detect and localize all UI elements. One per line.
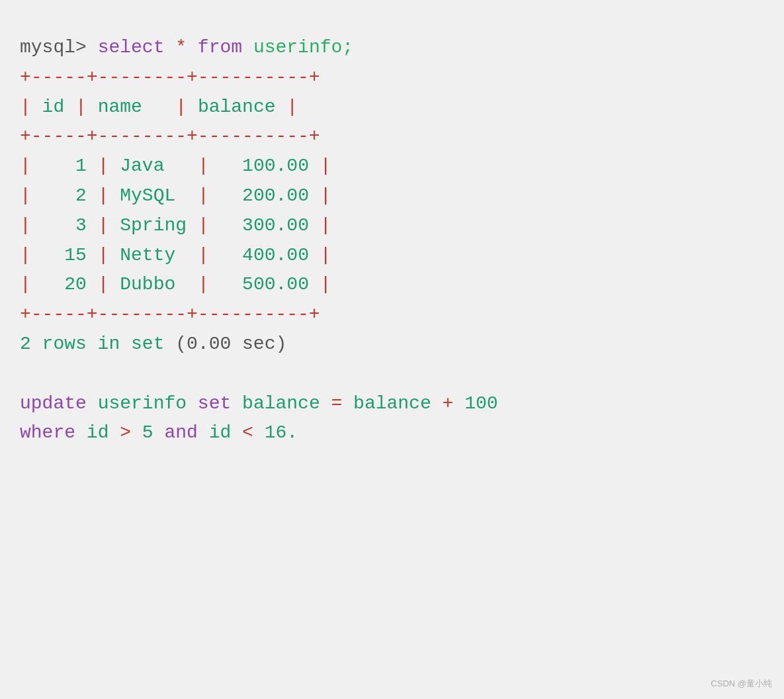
pipe: | bbox=[187, 156, 231, 176]
table-row: | 15 | Netty | 400.00 | bbox=[20, 241, 764, 271]
pipe: | bbox=[64, 97, 97, 117]
table-row: | 20 | Dubbo | 500.00 | bbox=[20, 270, 764, 300]
pipe: | bbox=[87, 215, 120, 236]
pipe: | bbox=[20, 185, 53, 206]
where-val2: 16. bbox=[265, 422, 298, 443]
pipe: | bbox=[20, 215, 53, 236]
val-balance: 200.00 bbox=[231, 185, 309, 206]
pipe: | bbox=[142, 97, 198, 117]
table-border-bottom: +-----+--------+----------+ bbox=[20, 300, 764, 330]
update-val: 100 bbox=[464, 393, 498, 414]
val-id: 20 bbox=[53, 274, 86, 295]
pipe: | bbox=[87, 185, 120, 206]
pipe: | bbox=[87, 245, 120, 265]
val-balance: 100.00 bbox=[231, 156, 309, 176]
pipe: | bbox=[20, 97, 42, 117]
pipe: | bbox=[309, 185, 331, 206]
where-col1: id bbox=[87, 422, 120, 443]
pipe: | bbox=[309, 274, 331, 295]
val-name: Netty bbox=[120, 245, 187, 265]
terminal-output: mysql> select * from userinfo; +-----+--… bbox=[13, 20, 771, 461]
pipe: | bbox=[187, 274, 231, 295]
pipe: | bbox=[187, 185, 231, 206]
table-name: userinfo; bbox=[253, 37, 353, 58]
keyword-where: where bbox=[20, 422, 87, 443]
table-row: | 2 | MySQL | 200.00 | bbox=[20, 181, 764, 211]
pipe: | bbox=[20, 274, 53, 295]
pipe: | bbox=[20, 245, 53, 265]
command-line: mysql> select * from userinfo; bbox=[20, 33, 764, 63]
watermark: CSDN @童小纯 bbox=[711, 678, 772, 690]
val-id: 15 bbox=[53, 245, 86, 265]
rows-timing: (0.00 sec) bbox=[175, 334, 286, 354]
val-id: 3 bbox=[53, 215, 86, 236]
symbol-star: * bbox=[175, 37, 198, 58]
pipe: | bbox=[309, 215, 331, 236]
val-name: MySQL bbox=[120, 185, 187, 206]
val-balance: 400.00 bbox=[231, 245, 309, 265]
update-col: balance bbox=[242, 393, 331, 414]
table-header: | id | name | balance | bbox=[20, 93, 764, 122]
col-balance: balance bbox=[198, 97, 276, 117]
col-id: id bbox=[42, 97, 65, 117]
op-equals: = bbox=[331, 393, 354, 414]
keyword-set: set bbox=[198, 393, 242, 414]
mysql-prompt: mysql> bbox=[20, 37, 98, 58]
val-balance: 300.00 bbox=[231, 215, 309, 236]
keyword-and: and bbox=[164, 422, 208, 443]
table-border-header: +-----+--------+----------+ bbox=[20, 122, 764, 152]
val-name: Java bbox=[120, 156, 187, 176]
pipe: | bbox=[309, 156, 331, 176]
table-row: | 3 | Spring | 300.00 | bbox=[20, 211, 764, 241]
val-id: 2 bbox=[53, 185, 86, 206]
where-col2: id bbox=[209, 422, 242, 443]
keyword-update: update bbox=[20, 393, 98, 414]
val-balance: 500.00 bbox=[231, 274, 309, 295]
table-row: | 1 | Java | 100.00 | bbox=[20, 152, 764, 181]
where-val1: 5 bbox=[142, 422, 165, 443]
pipe: | bbox=[276, 97, 298, 117]
val-name: Spring bbox=[120, 215, 187, 236]
pipe: | bbox=[20, 156, 53, 176]
val-id: 1 bbox=[53, 156, 86, 176]
op-gt: > bbox=[120, 422, 142, 443]
rows-info-line: 2 rows in set (0.00 sec) bbox=[20, 330, 764, 359]
pipe: | bbox=[87, 156, 120, 176]
table-border-top: +-----+--------+----------+ bbox=[20, 63, 764, 93]
update-line2: where id > 5 and id < 16. bbox=[20, 418, 764, 448]
pipe: | bbox=[187, 245, 231, 265]
keyword-from: from bbox=[198, 37, 253, 58]
update-table: userinfo bbox=[98, 393, 198, 414]
op-plus: + bbox=[443, 393, 465, 414]
pipe: | bbox=[87, 274, 120, 295]
op-lt: < bbox=[242, 422, 265, 443]
keyword-select: select bbox=[98, 37, 176, 58]
val-name: Dubbo bbox=[120, 274, 187, 295]
update-col2: balance bbox=[353, 393, 442, 414]
pipe: | bbox=[309, 245, 331, 265]
col-name: name bbox=[98, 97, 142, 117]
update-line1: update userinfo set balance = balance + … bbox=[20, 389, 764, 419]
pipe: | bbox=[187, 215, 231, 236]
rows-count-text: 2 rows in set bbox=[20, 334, 175, 354]
